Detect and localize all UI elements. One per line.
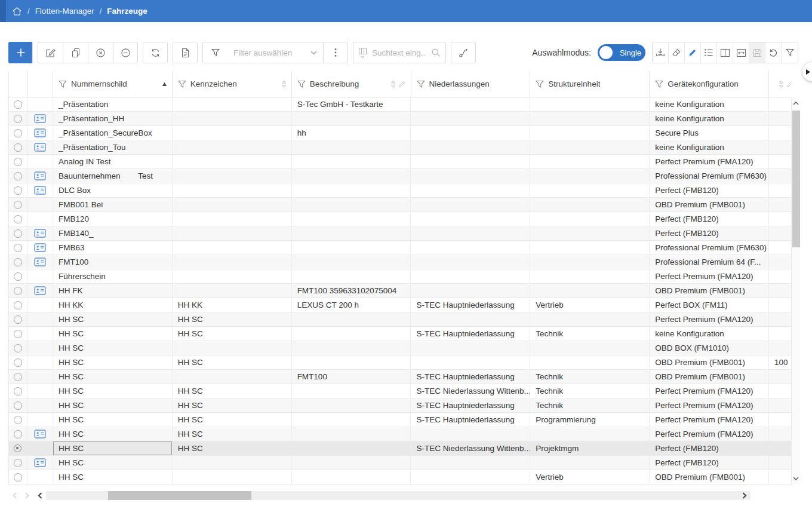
scroll-end-icon[interactable] — [742, 491, 747, 500]
table-row[interactable]: HH SCHH SCS-TEC Niederlassung Wittenb...… — [9, 441, 791, 456]
table-row[interactable]: FMB140_Perfect (FMB120) — [9, 226, 791, 241]
selection-mode-toggle[interactable]: Single — [598, 44, 645, 61]
table-row[interactable]: FMB120Perfect (FMB120) — [9, 212, 791, 226]
row-radio-button[interactable] — [14, 416, 22, 424]
export-button[interactable] — [653, 42, 669, 63]
column-header-nummernschild[interactable]: Nummernschild — [53, 71, 173, 97]
table-row[interactable]: Bauunternehmen TestProfessional Premium … — [9, 169, 791, 183]
table-row[interactable]: HH KKHH KKLEXUS CT 200 hS-TEC Hauptniede… — [9, 298, 791, 312]
sort-ascending-icon[interactable] — [162, 82, 167, 87]
row-radio-button[interactable] — [14, 301, 22, 309]
table-row[interactable]: HH SCHH SCS-TEC HauptniederlassungTechni… — [9, 327, 791, 341]
row-radio-button[interactable] — [14, 186, 22, 195]
clear-button[interactable] — [669, 42, 685, 63]
table-row[interactable]: _Präsentation_SecureBoxhhSecure Plus — [9, 126, 791, 140]
cancel-button[interactable] — [88, 42, 113, 63]
contact-card-icon[interactable] — [34, 430, 46, 439]
split-columns-button[interactable] — [717, 42, 733, 63]
filter-select[interactable]: Filter auswählen — [227, 42, 323, 63]
undo-button[interactable] — [765, 42, 782, 63]
table-row[interactable]: HH SCHH SCS-TEC HauptniederlassungProgra… — [9, 413, 791, 427]
sort-icon[interactable] — [281, 80, 287, 88]
row-radio-button[interactable] — [14, 100, 22, 109]
row-radio-button[interactable] — [14, 172, 22, 180]
breadcrumb-item-flotten-manager[interactable]: Flotten-Manager — [35, 7, 94, 16]
scroll-start-icon[interactable] — [33, 491, 46, 500]
choose-columns-button[interactable] — [701, 42, 717, 63]
contact-card-icon[interactable] — [34, 458, 46, 467]
column-filter-icon[interactable] — [58, 79, 67, 89]
edit-button[interactable] — [38, 42, 63, 63]
table-row[interactable]: HH SCVertriebOBD Premium (FMB001) — [9, 470, 791, 485]
table-row[interactable]: HH SCHH SCPerfect Premium (FMA120) — [9, 312, 791, 327]
row-radio-button[interactable] — [14, 344, 22, 352]
row-radio-button[interactable] — [14, 229, 22, 238]
column-header-beschreibung[interactable]: Beschreibung — [292, 71, 411, 97]
table-row[interactable]: FührerscheinPerfect Premium (FMA120) — [9, 269, 791, 284]
remove-button[interactable] — [113, 42, 138, 63]
row-radio-button[interactable] — [14, 287, 22, 295]
row-radio-button[interactable] — [14, 315, 22, 324]
filter-button[interactable] — [202, 42, 227, 63]
sidebar-edge[interactable] — [0, 0, 6, 22]
column-header-t[interactable]: T — [769, 71, 791, 97]
column-filter-icon[interactable] — [297, 79, 306, 89]
copy-button[interactable] — [63, 42, 88, 63]
table-row[interactable]: FMT100Professional Premium 64 (F... — [9, 255, 791, 269]
search-icon[interactable] — [431, 48, 441, 57]
panel-expander-button[interactable] — [802, 62, 812, 81]
grid-filter-button[interactable] — [782, 42, 798, 63]
search-input[interactable] — [371, 48, 427, 58]
filter-options-button[interactable] — [323, 42, 348, 63]
table-row[interactable]: HH SCHH SCS-TEC Niederlassung Wittenb...… — [9, 384, 791, 398]
row-radio-button[interactable] — [14, 158, 22, 166]
column-header-struktureinheit[interactable]: Struktureinheit — [530, 71, 650, 97]
search-columns-icon[interactable] — [358, 47, 367, 59]
vertical-scrollbar[interactable] — [791, 97, 800, 485]
table-row[interactable]: HH SCHH SCOBD Premium (FMB001)100 — [9, 355, 791, 370]
contact-card-icon[interactable] — [34, 229, 46, 238]
home-icon[interactable] — [12, 7, 22, 16]
row-radio-button[interactable] — [14, 401, 22, 410]
row-radio-button[interactable] — [14, 358, 22, 367]
table-row[interactable]: DLC BoxPerfect (FMB120) — [9, 183, 791, 198]
table-row[interactable]: HH SCHH SCS-TEC HauptniederlassungTechni… — [9, 398, 791, 413]
horizontal-scrollbar-track[interactable] — [46, 491, 751, 500]
contact-card-icon[interactable] — [34, 171, 46, 180]
contact-card-icon[interactable] — [34, 243, 46, 252]
horizontal-scrollbar-thumb[interactable] — [108, 491, 251, 500]
page-left-icon[interactable] — [8, 491, 21, 500]
row-radio-button[interactable] — [14, 473, 22, 482]
contact-card-icon[interactable] — [34, 128, 46, 137]
column-width-button[interactable] — [733, 42, 749, 63]
contact-card-icon[interactable] — [34, 257, 46, 266]
row-radio-button[interactable] — [14, 272, 22, 281]
table-row[interactable]: HH SCPerfect (FMB120) — [9, 456, 791, 470]
scroll-down-icon[interactable] — [792, 474, 800, 483]
route-button[interactable] — [451, 42, 476, 63]
row-radio-button[interactable] — [14, 330, 22, 338]
edit-mode-button[interactable] — [685, 42, 701, 63]
row-radio-button[interactable] — [14, 201, 22, 209]
column-header-geraetekonfiguration[interactable]: Gerätekonfiguration — [650, 71, 769, 97]
contact-card-icon[interactable] — [34, 186, 46, 195]
row-radio-button[interactable] — [14, 258, 22, 266]
table-row[interactable]: HH SCFMT100S-TEC HauptniederlassungTechn… — [9, 370, 791, 384]
table-row[interactable]: _Präsentation_HHkeine Konfiguration — [9, 112, 791, 126]
row-radio-button[interactable] — [14, 215, 22, 223]
row-radio-button[interactable] — [14, 387, 22, 395]
table-row[interactable]: FMB001 BeiOBD Premium (FMB001) — [9, 198, 791, 212]
page-right-icon[interactable] — [21, 491, 33, 500]
row-radio-button[interactable] — [14, 444, 21, 452]
column-filter-icon[interactable] — [177, 79, 187, 89]
scroll-up-icon[interactable] — [792, 99, 800, 108]
table-row[interactable]: _PräsentationS-Tec GmbH - Testkartekeine… — [9, 97, 791, 112]
row-radio-button[interactable] — [14, 459, 22, 467]
contact-card-icon[interactable] — [34, 114, 46, 123]
refresh-button[interactable] — [143, 42, 168, 63]
table-row[interactable]: HH SCOBD BOX (FM1010) — [9, 341, 791, 355]
report-button[interactable] — [173, 42, 198, 63]
table-row[interactable]: Analog IN TestPerfect Premium (FMA120) — [9, 155, 791, 169]
column-header-niederlassungen[interactable]: Niederlassungen — [411, 71, 531, 97]
add-button[interactable] — [8, 42, 33, 63]
